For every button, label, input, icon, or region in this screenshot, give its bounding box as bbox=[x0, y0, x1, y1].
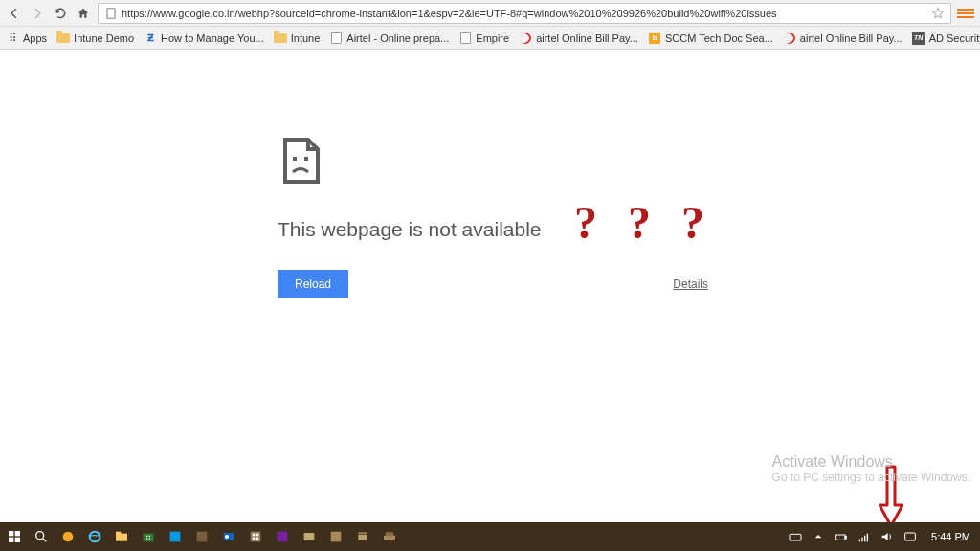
folder-icon bbox=[274, 32, 287, 45]
svg-rect-24 bbox=[253, 538, 256, 540]
reload-button[interactable]: Reload bbox=[278, 270, 348, 298]
taskbar-app-store[interactable] bbox=[138, 526, 159, 547]
svg-rect-2 bbox=[304, 157, 308, 161]
svg-rect-26 bbox=[278, 532, 288, 542]
zap-icon: Ƶ bbox=[144, 32, 157, 45]
svg-rect-16 bbox=[149, 538, 150, 539]
bookmark-item[interactable]: TN AD Security Group D... bbox=[912, 32, 980, 45]
svg-rect-13 bbox=[146, 536, 147, 537]
bookmark-label: SCCM Tech Doc Sea... bbox=[665, 33, 773, 44]
bookmark-item[interactable]: Empire bbox=[458, 32, 509, 45]
swoosh-icon bbox=[783, 32, 796, 45]
page-icon bbox=[458, 32, 472, 45]
bookmark-item[interactable]: Ƶ How to Manage You... bbox=[144, 32, 264, 45]
svg-point-20 bbox=[225, 535, 229, 539]
windows-watermark: Activate Windows Go to PC settings to ac… bbox=[772, 453, 970, 484]
taskbar-app[interactable] bbox=[57, 526, 78, 547]
svg-rect-28 bbox=[331, 532, 342, 542]
svg-rect-35 bbox=[845, 536, 846, 539]
start-button[interactable] bbox=[4, 526, 25, 547]
svg-rect-3 bbox=[9, 531, 13, 536]
bookmark-label: Airtel - Online prepa... bbox=[346, 33, 449, 44]
svg-point-9 bbox=[90, 532, 100, 542]
taskbar-clock[interactable]: 5:44 PM bbox=[925, 531, 976, 542]
bookmark-label: Intune Demo bbox=[74, 33, 134, 44]
bookmark-label: airtel Online Bill Pay... bbox=[800, 33, 902, 44]
url-bar[interactable]: https://www.google.co.in/webhp?sourceid=… bbox=[98, 3, 951, 24]
bookmark-label: Empire bbox=[476, 33, 509, 44]
bookmark-apps[interactable]: ⠿ Apps bbox=[6, 32, 47, 45]
bookmark-item[interactable]: airtel Online Bill Pay... bbox=[783, 32, 902, 45]
taskbar-app[interactable] bbox=[299, 526, 320, 547]
taskbar: 5:44 PM bbox=[0, 522, 980, 551]
tray-volume-icon[interactable] bbox=[880, 526, 895, 547]
tray-network-icon[interactable] bbox=[857, 526, 872, 547]
svg-rect-34 bbox=[836, 535, 845, 540]
page-icon bbox=[329, 32, 343, 45]
tray-battery-icon[interactable] bbox=[834, 526, 849, 547]
bookmark-item[interactable]: Intune bbox=[274, 32, 321, 45]
svg-rect-36 bbox=[859, 540, 860, 542]
svg-rect-25 bbox=[256, 538, 259, 540]
swoosh-icon bbox=[519, 32, 532, 45]
svg-rect-40 bbox=[905, 533, 916, 540]
tray-up-icon[interactable] bbox=[811, 526, 826, 547]
watermark-title: Activate Windows bbox=[772, 453, 970, 471]
svg-rect-37 bbox=[861, 538, 862, 542]
tray-keyboard-icon[interactable] bbox=[788, 526, 803, 547]
bing-icon: b bbox=[648, 32, 661, 45]
taskbar-app-explorer[interactable] bbox=[111, 526, 132, 547]
bookmark-label: Apps bbox=[23, 33, 47, 44]
svg-rect-17 bbox=[170, 532, 181, 542]
svg-point-8 bbox=[63, 532, 74, 542]
bookmark-label: How to Manage You... bbox=[161, 33, 264, 44]
svg-point-7 bbox=[36, 532, 44, 540]
watermark-sub: Go to PC settings to activate Windows. bbox=[772, 471, 970, 484]
taskbar-app[interactable] bbox=[379, 526, 400, 547]
taskbar-app-ie[interactable] bbox=[84, 526, 105, 547]
taskbar-app-onenote[interactable] bbox=[272, 526, 293, 547]
bookmark-label: AD Security Group D... bbox=[929, 33, 980, 44]
svg-rect-21 bbox=[251, 532, 261, 542]
bookmark-label: Intune bbox=[291, 33, 321, 44]
svg-rect-6 bbox=[15, 538, 20, 542]
svg-rect-29 bbox=[358, 535, 367, 540]
bookmark-item[interactable]: b SCCM Tech Doc Sea... bbox=[648, 32, 773, 45]
svg-rect-1 bbox=[293, 157, 297, 161]
back-button[interactable] bbox=[6, 5, 23, 22]
tn-icon: TN bbox=[912, 32, 925, 45]
home-button[interactable] bbox=[75, 5, 92, 22]
svg-rect-39 bbox=[867, 534, 868, 542]
bookmark-item[interactable]: airtel Online Bill Pay... bbox=[519, 32, 638, 45]
svg-rect-31 bbox=[384, 536, 395, 540]
bookmark-star-icon[interactable] bbox=[931, 7, 945, 20]
svg-rect-14 bbox=[149, 536, 150, 537]
svg-rect-12 bbox=[144, 534, 154, 542]
taskbar-app[interactable] bbox=[352, 526, 373, 547]
svg-rect-5 bbox=[9, 538, 13, 542]
chrome-menu-button[interactable] bbox=[957, 5, 974, 22]
svg-rect-23 bbox=[256, 534, 259, 537]
search-button[interactable] bbox=[31, 526, 52, 547]
apps-icon: ⠿ bbox=[6, 32, 19, 45]
forward-button[interactable] bbox=[29, 5, 46, 22]
svg-rect-11 bbox=[116, 532, 121, 535]
reload-nav-button[interactable] bbox=[52, 5, 69, 22]
taskbar-app[interactable] bbox=[165, 526, 186, 547]
svg-rect-30 bbox=[358, 532, 367, 534]
taskbar-app[interactable] bbox=[325, 526, 346, 547]
taskbar-app[interactable] bbox=[245, 526, 266, 547]
taskbar-app[interactable] bbox=[191, 526, 212, 547]
svg-rect-32 bbox=[386, 532, 393, 536]
svg-rect-18 bbox=[197, 532, 208, 542]
tray-notifications-icon[interactable] bbox=[902, 526, 918, 547]
bookmark-item[interactable]: Airtel - Online prepa... bbox=[329, 32, 449, 45]
bookmark-item[interactable]: Intune Demo bbox=[56, 32, 134, 45]
svg-rect-33 bbox=[790, 534, 801, 540]
page-icon bbox=[104, 7, 118, 20]
details-link[interactable]: Details bbox=[673, 277, 708, 291]
svg-rect-0 bbox=[107, 8, 115, 18]
url-text: https://www.google.co.in/webhp?sourceid=… bbox=[122, 8, 931, 19]
bookmark-label: airtel Online Bill Pay... bbox=[536, 33, 638, 44]
taskbar-app-outlook[interactable] bbox=[218, 526, 239, 547]
